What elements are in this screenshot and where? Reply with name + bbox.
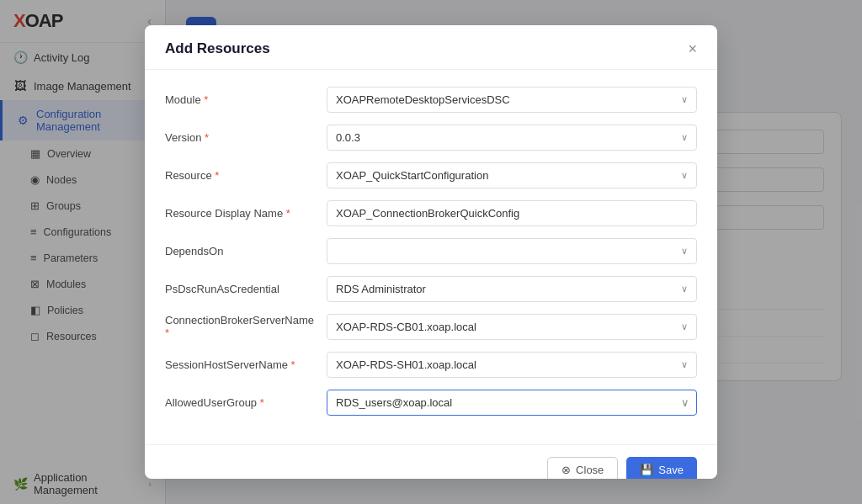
form-row-display-name: Resource Display Name * xyxy=(165,200,697,226)
modal-header: Add Resources × xyxy=(145,25,717,70)
form-row-module: Module * XOAPRemoteDesktopServicesDSC ∨ xyxy=(165,87,697,113)
modal-save-btn[interactable]: 💾 Save xyxy=(626,457,697,479)
allowed-user-group-chevron-icon[interactable]: ∨ xyxy=(674,396,696,409)
form-row-connection-broker: ConnectionBrokerServerName * XOAP-RDS-CB… xyxy=(165,314,697,340)
session-host-chevron-icon: ∨ xyxy=(681,359,688,370)
version-select[interactable]: 0.0.3 ∨ xyxy=(327,125,697,151)
resource-chevron-icon: ∨ xyxy=(681,170,688,181)
credential-label: PsDscRunAsCredential xyxy=(165,283,317,295)
form-row-session-host: SessionHostServerName * XOAP-RDS-SH01.xo… xyxy=(165,352,697,378)
depends-on-chevron-icon: ∨ xyxy=(681,246,688,257)
resource-select[interactable]: XOAP_QuickStartConfiguration ∨ xyxy=(327,162,697,188)
version-chevron-icon: ∨ xyxy=(681,132,688,143)
form-row-version: Version * 0.0.3 ∨ xyxy=(165,125,697,151)
module-select[interactable]: XOAPRemoteDesktopServicesDSC ∨ xyxy=(327,87,697,113)
module-label: Module * xyxy=(165,93,317,106)
modal-body: Module * XOAPRemoteDesktopServicesDSC ∨ … xyxy=(145,70,717,444)
display-name-input[interactable] xyxy=(327,200,697,226)
credential-chevron-icon: ∨ xyxy=(681,284,688,294)
save-icon: 💾 xyxy=(640,464,653,476)
credential-select[interactable]: RDS Administrator ∨ xyxy=(327,276,697,302)
connection-broker-chevron-icon: ∨ xyxy=(681,321,688,332)
modal-overlay: Add Resources × Module * XOAPRemoteDeskt… xyxy=(0,0,862,504)
connection-broker-label: ConnectionBrokerServerName * xyxy=(165,314,317,339)
form-row-credential: PsDscRunAsCredential RDS Administrator ∨ xyxy=(165,276,697,302)
allowed-user-group-input[interactable] xyxy=(327,390,674,415)
modal-title: Add Resources xyxy=(165,40,270,57)
connection-broker-select[interactable]: XOAP-RDS-CB01.xoap.local ∨ xyxy=(327,314,697,340)
display-name-label: Resource Display Name * xyxy=(165,207,317,220)
form-row-allowed-user-group: AllowedUserGroup * ∨ xyxy=(165,390,697,416)
form-row-resource: Resource * XOAP_QuickStartConfiguration … xyxy=(165,162,697,188)
add-resources-modal: Add Resources × Module * XOAPRemoteDeskt… xyxy=(145,25,717,479)
close-circle-icon: ⊗ xyxy=(561,464,571,476)
allowed-user-group-label: AllowedUserGroup * xyxy=(165,396,317,409)
form-row-depends-on: DependsOn ∨ xyxy=(165,238,697,264)
version-label: Version * xyxy=(165,131,317,144)
depends-on-label: DependsOn xyxy=(165,245,317,257)
modal-close-btn[interactable]: ⊗ Close xyxy=(547,457,618,479)
modal-footer: ⊗ Close 💾 Save xyxy=(145,444,717,479)
depends-on-select[interactable]: ∨ xyxy=(327,238,697,264)
resource-label: Resource * xyxy=(165,169,317,182)
module-chevron-icon: ∨ xyxy=(681,94,688,105)
session-host-label: SessionHostServerName * xyxy=(165,358,317,371)
session-host-select[interactable]: XOAP-RDS-SH01.xoap.local ∨ xyxy=(327,352,697,378)
modal-close-button[interactable]: × xyxy=(688,41,697,56)
